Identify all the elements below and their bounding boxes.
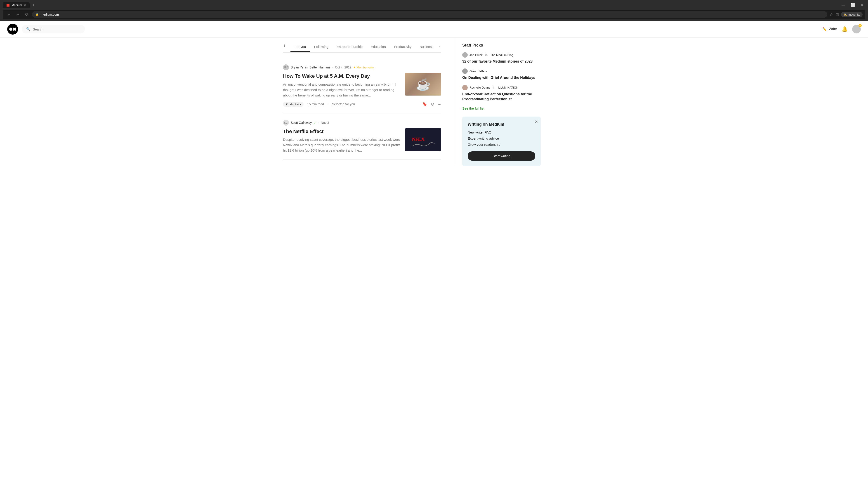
see-full-list-link[interactable]: See the full list xyxy=(462,106,541,110)
sp-title: On Dealing with Grief Around the Holiday… xyxy=(462,75,541,80)
medium-header: 🔍 Search ✏️ Write 🔔 ✦ xyxy=(0,21,868,37)
main-content: + For you Following Entrepreneurship Edu… xyxy=(276,37,592,166)
save-button[interactable]: 🔖 xyxy=(422,102,427,107)
sp-in: in xyxy=(485,53,488,57)
article-title[interactable]: The Netflix Effect xyxy=(283,128,401,135)
tab-for-you[interactable]: For you xyxy=(290,42,310,52)
forward-button[interactable]: → xyxy=(14,11,21,18)
search-icon: 🔍 xyxy=(26,27,31,31)
staff-pick-item[interactable]: Rochelle Deans in ILLUMINATION End-of-Ye… xyxy=(462,85,541,102)
article-excerpt: Despite receiving scant coverage, the bi… xyxy=(283,137,401,153)
sp-avatar xyxy=(462,52,468,58)
article-date: Nov 3 xyxy=(321,121,329,125)
refresh-button[interactable]: ↻ xyxy=(24,11,30,18)
search-placeholder: Search xyxy=(33,27,43,31)
article-thumbnail[interactable]: ☕ xyxy=(405,73,441,96)
article-title[interactable]: How To Wake Up at 5 A.M. Every Day xyxy=(283,73,401,79)
avatar-badge: ✦ xyxy=(859,24,862,27)
svg-point-0 xyxy=(9,28,12,31)
browser-chrome: 🟥 Medium ✕ + — ⬜ ✕ ← → ↻ 🔒 medium.com ☆ … xyxy=(0,0,868,21)
member-badge: ✦ Member-only xyxy=(353,66,374,69)
author-name[interactable]: Scott Galloway xyxy=(291,121,312,125)
netflix-image: NFLX xyxy=(405,128,441,151)
member-label: Member-only xyxy=(357,66,374,69)
sp-avatar xyxy=(462,85,468,90)
article-thumbnail[interactable]: NFLX xyxy=(405,128,441,151)
notification-button[interactable]: 🔔 xyxy=(842,26,848,32)
url-text: medium.com xyxy=(41,13,59,16)
sp-author: Jon Gluck in The Medium Blog xyxy=(462,52,541,58)
write-icon: ✏️ xyxy=(822,27,827,31)
star-icon[interactable]: ☆ xyxy=(830,12,833,17)
close-button[interactable]: ✕ xyxy=(859,2,865,8)
tab-entrepreneurship[interactable]: Entrepreneurship xyxy=(333,42,367,52)
meta-in: in xyxy=(305,66,308,69)
tab-close-button[interactable]: ✕ xyxy=(24,4,26,7)
tabs-container: + For you Following Entrepreneurship Edu… xyxy=(283,37,441,53)
grow-readership-link[interactable]: Grow your readership xyxy=(468,142,535,147)
article-card: BY Bryan Ye in Better Humans · Oct 4, 20… xyxy=(283,58,441,113)
staff-pick-item[interactable]: Jon Gluck in The Medium Blog 32 of our f… xyxy=(462,52,541,64)
writing-card-close-button[interactable]: ✕ xyxy=(535,119,538,124)
new-writer-faq-link[interactable]: New writer FAQ xyxy=(468,130,535,134)
tab-label: Medium xyxy=(11,3,22,7)
tab-business[interactable]: Business xyxy=(415,42,437,52)
sp-author-name: Rochelle Deans xyxy=(469,86,490,89)
sidebar: Staff Picks Jon Gluck in The Medium Blog… xyxy=(455,37,541,166)
more-button[interactable]: ··· xyxy=(438,102,441,107)
sp-in: in xyxy=(493,86,495,89)
incognito-label: Incognito xyxy=(848,13,860,16)
medium-logo[interactable] xyxy=(7,24,18,35)
article-text: How To Wake Up at 5 A.M. Every Day An un… xyxy=(283,73,401,98)
read-time: 15 min read xyxy=(307,102,324,106)
sp-pub-name: ILLUMINATION xyxy=(498,86,518,89)
tabs-scroll-right-button[interactable]: › xyxy=(437,43,442,51)
browser-toolbar: ← → ↻ 🔒 medium.com ☆ ⊡ 🕵 Incognito xyxy=(3,10,865,19)
author-name[interactable]: Bryan Ye xyxy=(291,66,303,69)
article-date: Oct 4, 2019 xyxy=(335,66,351,69)
tag-badge[interactable]: Productivity xyxy=(283,102,304,107)
sp-author: Glenn Jeffers xyxy=(462,68,541,74)
sp-pub-name: The Medium Blog xyxy=(490,53,513,57)
address-bar[interactable]: 🔒 medium.com xyxy=(32,11,827,18)
staff-pick-item[interactable]: Glenn Jeffers On Dealing with Grief Arou… xyxy=(462,68,541,80)
expert-writing-link[interactable]: Expert writing advice xyxy=(468,136,535,140)
sp-author-name: Jon Gluck xyxy=(469,53,483,57)
back-button[interactable]: ← xyxy=(5,11,12,18)
new-tab-button[interactable]: + xyxy=(31,2,37,8)
coffee-image: ☕ xyxy=(405,73,441,96)
svg-text:NFLX: NFLX xyxy=(412,136,425,142)
article-meta: BY Bryan Ye in Better Humans · Oct 4, 20… xyxy=(283,64,441,70)
tab-favicon: 🟥 xyxy=(6,4,10,7)
add-topic-button[interactable]: + xyxy=(283,41,289,53)
article-footer: Productivity 15 min read · Selected for … xyxy=(283,102,441,107)
user-avatar[interactable]: ✦ xyxy=(852,25,861,33)
bell-icon: 🔔 xyxy=(842,26,848,32)
badge-icon: ✦ xyxy=(859,24,861,27)
search-bar[interactable]: 🔍 Search xyxy=(22,25,85,33)
footer-dot: · xyxy=(328,102,329,106)
tab-education[interactable]: Education xyxy=(367,42,390,52)
active-tab[interactable]: 🟥 Medium ✕ xyxy=(3,2,30,8)
article-body: How To Wake Up at 5 A.M. Every Day An un… xyxy=(283,73,441,98)
svg-point-1 xyxy=(13,28,15,31)
verified-icon: ✓ xyxy=(313,121,316,125)
article-text: The Netflix Effect Despite receiving sca… xyxy=(283,128,401,153)
author-avatar: BY xyxy=(283,64,289,70)
minimize-button[interactable]: — xyxy=(840,2,847,8)
article-actions: 🔖 ⊖ ··· xyxy=(422,102,441,107)
write-button[interactable]: ✏️ Write xyxy=(822,27,837,31)
start-writing-button[interactable]: Start writing xyxy=(468,151,535,161)
sp-title: 32 of our favorite Medium stories of 202… xyxy=(462,59,541,64)
extensions-icon[interactable]: ⊡ xyxy=(835,12,839,17)
hide-button[interactable]: ⊖ xyxy=(431,102,434,107)
staff-picks-title: Staff Picks xyxy=(462,43,541,48)
maximize-button[interactable]: ⬜ xyxy=(849,2,857,8)
writing-on-medium-card: ✕ Writing on Medium New writer FAQ Exper… xyxy=(462,117,541,166)
tab-productivity[interactable]: Productivity xyxy=(390,42,416,52)
sp-author-name: Glenn Jeffers xyxy=(469,70,487,73)
article-card: SG Scott Galloway ✓ · Nov 3 The Netflix … xyxy=(283,113,441,160)
pub-name[interactable]: Better Humans xyxy=(309,66,331,69)
sp-avatar xyxy=(462,68,468,74)
tab-following[interactable]: Following xyxy=(310,42,333,52)
